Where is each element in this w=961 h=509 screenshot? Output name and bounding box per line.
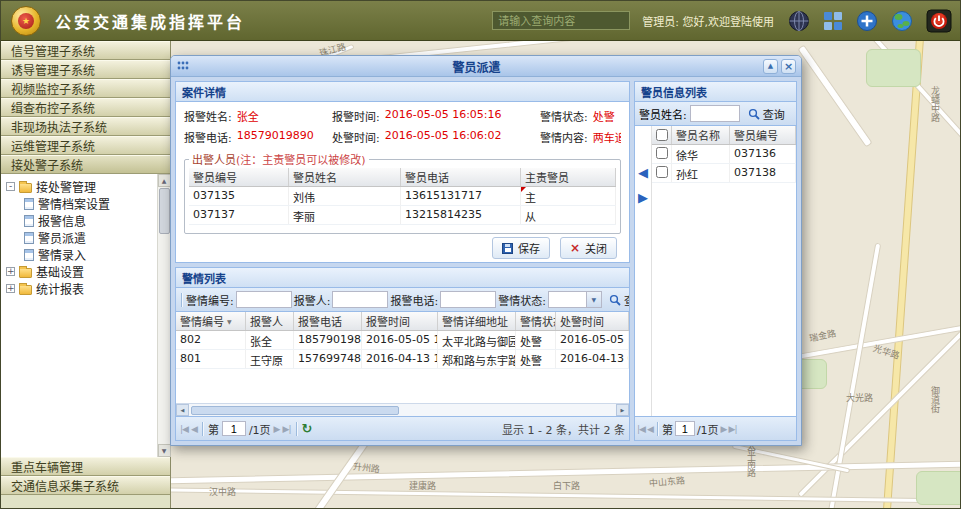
field-alarm-content: 警情内容: 两车追尾 — [540, 129, 621, 145]
column-header[interactable]: 处警时间 — [556, 312, 629, 330]
close-x-icon: × — [570, 242, 580, 254]
scroll-right-arrow[interactable]: ▶ — [616, 404, 629, 416]
column-header[interactable]: 警员电话 — [401, 168, 521, 186]
map-road-label: 升州路 — [352, 460, 380, 476]
close-window-button[interactable]: × — [781, 59, 796, 74]
toolbar-separator — [296, 422, 297, 436]
tree-node-dispatch-mgmt[interactable]: - 接处警管理 — [6, 178, 157, 195]
tree-vertical-scrollbar[interactable]: ▲ ▼ — [157, 174, 170, 457]
move-right-icon[interactable]: ▶ — [638, 191, 648, 204]
move-left-icon[interactable]: ◀ — [638, 166, 648, 179]
first-page-button[interactable]: |◀ — [637, 424, 645, 434]
hscrollbar-thumb[interactable] — [191, 406, 399, 415]
alarm-grid-row[interactable]: 801 王守原 15769974813 2016-04-13 12:... 郑和… — [176, 350, 629, 369]
case-detail-header: 案件详情 — [176, 82, 629, 102]
primary-officer-cell[interactable]: 从 — [521, 206, 616, 224]
prev-page-button[interactable]: ◀ — [647, 424, 653, 434]
alarm-grid-row[interactable]: 802 张全 18579019890 2016-05-05 16:... 太平北… — [176, 331, 629, 350]
column-header[interactable]: 警员编号 — [189, 168, 289, 186]
officer-search-button[interactable]: 查询 — [743, 104, 790, 124]
expand-toggle-icon[interactable]: + — [6, 267, 15, 276]
sidebar-item-dispatch[interactable]: 接处警子系统 — [1, 155, 170, 174]
officer-name-input[interactable] — [690, 105, 740, 122]
officer-grid: 警员名称 警员编号 徐华 037136 — [651, 126, 796, 416]
tree-node-statistics[interactable]: + 统计报表 — [6, 280, 157, 297]
case-detail-panel: 案件详情 报警姓名: 张全 报警时间: 2016-05-05 16:05:16 … — [175, 81, 630, 263]
collapse-window-button[interactable]: ▲ — [763, 59, 778, 74]
column-header[interactable]: 警情详细地址 — [438, 312, 516, 330]
park-area — [866, 49, 921, 87]
sidebar-item-key-vehicles[interactable]: 重点车辆管理 — [1, 457, 170, 476]
header-search-input[interactable] — [492, 11, 630, 30]
alarm-search-button[interactable]: 查询 — [604, 290, 629, 310]
tree-node-alarm-info[interactable]: 报警信息 — [24, 212, 157, 229]
save-button[interactable]: 保存 — [492, 237, 550, 259]
field-alarm-status: 警情状态: 处警 — [540, 108, 621, 124]
primary-officer-cell[interactable]: 主 — [521, 187, 616, 205]
row-checkbox[interactable] — [656, 166, 668, 178]
window-titlebar[interactable]: 警员派遣 ▲ × — [171, 56, 801, 77]
sidebar-item-inspection[interactable]: 缉查布控子系统 — [1, 98, 170, 117]
welcome-text: 管理员: 您好,欢迎登陆使用 — [642, 13, 774, 29]
officer-grid-row[interactable]: 徐华 037136 — [652, 145, 796, 164]
add-plus-icon[interactable] — [856, 10, 878, 32]
officer-list-body: ◀ ▶ 警员名称 警员编号 — [635, 126, 796, 416]
column-header[interactable]: 报警时间 — [362, 312, 438, 330]
combo-dropdown-icon[interactable]: ▼ — [586, 291, 602, 308]
column-header[interactable]: 报警人 — [246, 312, 294, 330]
police-emblem-logo: ★ — [11, 6, 41, 36]
page-number-input[interactable] — [675, 421, 695, 436]
officer-grid-row[interactable]: 孙红 037138 — [652, 164, 796, 183]
dispatch-grid-row[interactable]: 037137 李丽 13215814235 从 — [189, 206, 616, 225]
phone-input[interactable] — [440, 291, 496, 308]
select-all-checkbox[interactable] — [656, 129, 668, 141]
column-header[interactable]: 警情状态 — [516, 312, 556, 330]
scroll-left-arrow[interactable]: ◀ — [176, 404, 189, 416]
sidebar-item-traffic-collection[interactable]: 交通信息采集子系统 — [1, 476, 170, 495]
tree-node-alarm-entry[interactable]: 警情录入 — [24, 246, 157, 263]
filter-label-phone: 报警电话: — [390, 292, 438, 308]
refresh-icon[interactable]: ↻ — [302, 422, 313, 435]
sidebar-item-video[interactable]: 视频监控子系统 — [1, 79, 170, 98]
officer-list-header: 警员信息列表 — [635, 82, 796, 102]
scroll-up-arrow[interactable]: ▲ — [158, 174, 171, 187]
sidebar-item-operation[interactable]: 运维管理子系统 — [1, 136, 170, 155]
alarm-grid-hscrollbar[interactable]: ◀ ▶ — [176, 403, 629, 416]
collapse-toggle-icon[interactable]: - — [6, 182, 15, 191]
column-header[interactable]: 报警电话 — [294, 312, 362, 330]
grid-squares-icon[interactable] — [823, 11, 843, 31]
field-alarm-time: 报警时间: 2016-05-05 16:05:16 — [332, 108, 540, 124]
column-header[interactable]: 警员姓名 — [289, 168, 401, 186]
tree-node-alarm-archive[interactable]: 警情档案设置 — [24, 195, 157, 212]
sidebar-item-guidance[interactable]: 诱导管理子系统 — [1, 60, 170, 79]
next-page-button[interactable]: ▶ — [274, 424, 280, 434]
last-page-button[interactable]: ▶| — [729, 424, 737, 434]
close-button[interactable]: × 关闭 — [560, 237, 617, 259]
column-header-alarm-no[interactable]: 警情编号 ▼ — [176, 312, 246, 330]
tree-node-officer-dispatch[interactable]: 警员派遣 — [24, 229, 157, 246]
prev-page-button[interactable]: ◀ — [191, 424, 197, 434]
next-page-button[interactable]: ▶ — [721, 424, 727, 434]
status-combo-input[interactable] — [548, 291, 586, 308]
tree-node-label: 基础设置 — [36, 263, 84, 280]
column-header[interactable]: 警员编号 — [730, 126, 796, 144]
earth-globe-icon[interactable] — [891, 10, 913, 32]
last-page-button[interactable]: ▶| — [283, 424, 291, 434]
column-header[interactable]: 主责警员 — [521, 168, 616, 186]
page-number-input[interactable] — [222, 421, 246, 436]
scrollbar-thumb[interactable] — [159, 188, 170, 234]
sidebar-item-signal[interactable]: 信号管理子系统 — [1, 41, 170, 60]
sidebar-item-offsite[interactable]: 非现场执法子系统 — [1, 117, 170, 136]
column-header[interactable]: 警员名称 — [672, 126, 730, 144]
expand-toggle-icon[interactable]: + — [6, 284, 15, 293]
row-checkbox[interactable] — [656, 147, 668, 159]
scroll-down-arrow[interactable]: ▼ — [158, 444, 171, 457]
caller-input[interactable] — [332, 291, 388, 308]
first-page-button[interactable]: |◀ — [180, 424, 188, 434]
alarm-no-input[interactable] — [236, 291, 292, 308]
tree-node-basic-settings[interactable]: + 基础设置 — [6, 263, 157, 280]
police-emblem-star: ★ — [18, 13, 34, 29]
power-logout-icon[interactable] — [926, 9, 952, 33]
dark-globe-icon[interactable] — [788, 10, 810, 32]
dispatch-grid-row[interactable]: 037135 刘伟 13615131717 主 — [189, 187, 616, 206]
